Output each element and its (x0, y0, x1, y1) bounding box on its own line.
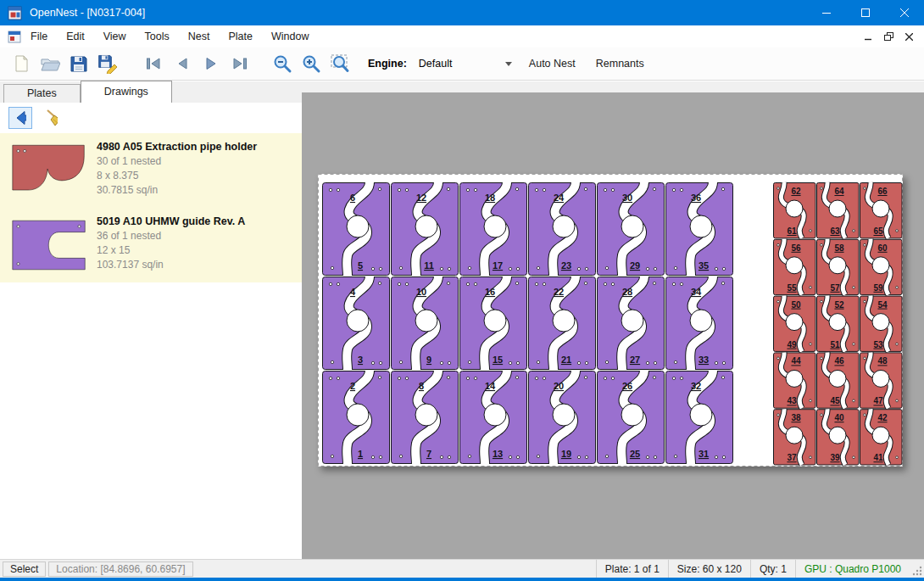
part-number: 19 (561, 449, 571, 459)
nested-part-pair[interactable]: 4241 (860, 409, 903, 465)
nested-part-pair[interactable]: 5049 (774, 296, 816, 352)
tab-drawings[interactable]: Drawings (81, 81, 172, 103)
drawing-list-item[interactable]: 5019 A10 UHMW guide Rev. A 36 of 1 neste… (0, 208, 302, 282)
child-close-button[interactable] (900, 29, 917, 44)
menu-nest[interactable]: Nest (179, 25, 220, 47)
part-number: 24 (554, 193, 565, 203)
nested-part-pair[interactable]: 21 (323, 371, 390, 464)
nested-part-pair[interactable]: 6059 (860, 239, 903, 295)
part-number: 48 (877, 356, 888, 366)
status-size: Size: 60 x 120 (668, 560, 750, 578)
tab-plates[interactable]: Plates (3, 84, 81, 103)
last-plate-button[interactable] (225, 50, 254, 77)
nested-part-pair[interactable]: 5857 (817, 239, 860, 295)
plate[interactable]: 6512111817242330293635431091615222128273… (318, 174, 903, 466)
drawing-size: 12 x 15 (97, 243, 245, 258)
part-number: 60 (877, 243, 888, 253)
nested-part-pair[interactable]: 6463 (817, 182, 860, 238)
next-plate-button[interactable] (197, 50, 225, 77)
nested-part-pair[interactable]: 2827 (598, 277, 665, 370)
drawing-list-item[interactable]: 4980 A05 Extraction pipe holder 30 of 1 … (0, 133, 302, 208)
menu-tools[interactable]: Tools (136, 25, 179, 47)
new-file-icon (12, 54, 31, 73)
mdi-child-icon (8, 31, 21, 43)
nested-part-pair[interactable]: 2423 (529, 182, 596, 276)
menu-file[interactable]: File (21, 25, 57, 47)
part-number: 47 (873, 396, 883, 405)
child-minimize-button[interactable] (860, 29, 877, 44)
nested-part-pair[interactable]: 43 (323, 277, 390, 370)
part-number: 62 (791, 187, 801, 196)
part-number: 9 (426, 355, 431, 365)
previous-plate-button[interactable] (168, 50, 197, 77)
nested-part-pair[interactable]: 3635 (666, 182, 733, 276)
part-number: 63 (830, 226, 840, 236)
nested-part-pair[interactable]: 3029 (598, 182, 665, 276)
nested-part-pair[interactable]: 4039 (817, 409, 860, 465)
nested-part-pair[interactable]: 1615 (460, 277, 527, 370)
part-number: 26 (622, 381, 632, 391)
nested-part-pair[interactable]: 1211 (392, 182, 459, 276)
save-button[interactable] (64, 50, 93, 77)
zoom-in-button[interactable] (297, 50, 326, 77)
part-number: 33 (699, 355, 709, 365)
nested-part-pair[interactable]: 4443 (774, 352, 816, 408)
next-arrow-icon (201, 53, 221, 74)
nested-part-pair[interactable]: 2625 (598, 371, 665, 464)
save-as-button[interactable] (93, 50, 122, 77)
drawing-nested-count: 36 of 1 nested (97, 229, 245, 243)
nested-part-pair[interactable]: 5655 (774, 239, 816, 295)
nested-part-pair[interactable]: 3231 (666, 371, 733, 464)
drawings-toolbar (0, 103, 302, 133)
resize-grip[interactable] (911, 565, 923, 577)
nested-part-pair[interactable]: 3837 (774, 409, 816, 465)
part-number: 65 (873, 226, 883, 236)
nest-plate-svg[interactable]: 6512111817242330293635431091615222128273… (318, 174, 903, 466)
clean-drawings-button[interactable] (39, 107, 63, 129)
zoom-fit-button[interactable] (326, 50, 354, 77)
menu-edit[interactable]: Edit (57, 25, 94, 47)
menu-plate[interactable]: Plate (219, 25, 262, 47)
auto-nest-button[interactable]: Auto Nest (520, 53, 584, 75)
part-number: 41 (873, 453, 883, 462)
part-thumbnail-purple (8, 215, 90, 275)
open-button[interactable] (36, 50, 64, 77)
zoom-out-button[interactable] (268, 50, 297, 77)
nested-part-pair[interactable]: 6261 (774, 182, 816, 238)
part-number: 55 (787, 283, 797, 293)
child-restore-button[interactable] (880, 29, 897, 44)
nested-part-pair[interactable]: 1817 (460, 182, 527, 276)
nested-part-pair[interactable]: 2221 (529, 277, 596, 370)
blue-arrow-icon (14, 109, 26, 127)
nested-part-pair[interactable]: 6665 (860, 182, 903, 238)
engine-select[interactable]: Default (414, 53, 517, 74)
zoom-out-icon (272, 53, 292, 74)
nested-part-pair[interactable]: 4645 (817, 352, 860, 408)
remnants-button[interactable]: Remnants (587, 53, 653, 75)
nested-part-pair[interactable]: 65 (323, 182, 390, 276)
window-close-button[interactable] (885, 0, 924, 25)
nested-part-pair[interactable]: 5453 (860, 296, 903, 352)
nested-part-pair[interactable]: 4847 (860, 352, 903, 408)
menu-view[interactable]: View (94, 25, 136, 47)
save-icon (70, 54, 88, 73)
window-minimize-button[interactable] (807, 0, 846, 25)
part-number: 5 (358, 260, 363, 271)
assign-drawing-button[interactable] (8, 107, 32, 129)
window-maximize-button[interactable] (846, 0, 885, 25)
menu-window[interactable]: Window (262, 25, 318, 47)
nested-part-pair[interactable]: 2019 (529, 371, 596, 464)
part-number: 21 (561, 355, 571, 365)
nest-canvas[interactable]: 6512111817242330293635431091615222128273… (302, 81, 924, 559)
nested-part-pair[interactable]: 87 (392, 371, 459, 464)
part-number: 51 (830, 340, 840, 349)
part-number: 61 (787, 226, 797, 236)
new-button[interactable] (7, 50, 36, 77)
nested-part-pair[interactable]: 109 (392, 277, 459, 370)
nested-part-pair[interactable]: 1413 (460, 371, 527, 464)
nested-part-pair[interactable]: 5251 (817, 296, 860, 352)
part-number: 4 (350, 287, 356, 297)
engine-label: Engine: (368, 58, 407, 70)
nested-part-pair[interactable]: 3433 (666, 277, 733, 370)
first-plate-button[interactable] (139, 50, 168, 77)
